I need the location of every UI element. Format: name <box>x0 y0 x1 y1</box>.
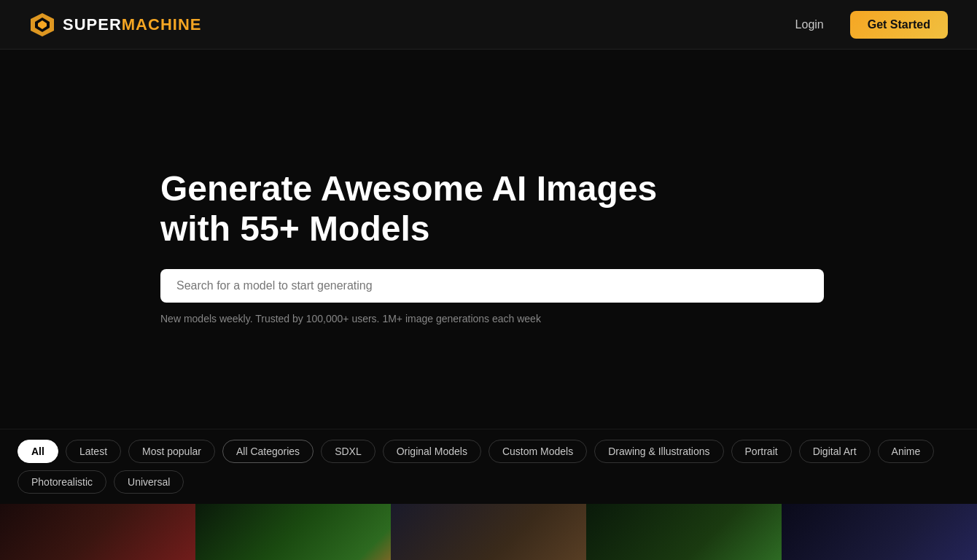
get-started-button[interactable]: Get Started <box>850 11 948 39</box>
filter-pill-original-models[interactable]: Original Models <box>383 440 481 463</box>
logo-icon <box>29 12 55 38</box>
filter-pill-portrait[interactable]: Portrait <box>731 440 792 463</box>
search-input[interactable] <box>160 269 824 303</box>
filter-pill-universal[interactable]: Universal <box>114 470 184 494</box>
model-card-4[interactable]: ♥4123🔖Save <box>586 504 782 560</box>
logo: SUPERMACHINE <box>29 12 201 38</box>
filter-pill-drawing--illustrations[interactable]: Drawing & Illustrations <box>594 440 723 463</box>
logo-text: SUPERMACHINE <box>63 15 201 34</box>
filter-pill-sdxl[interactable]: SDXL <box>321 440 375 463</box>
model-card-1[interactable]: ♥126🔖Save <box>0 504 195 560</box>
filter-pill-digital-art[interactable]: Digital Art <box>799 440 871 463</box>
filter-bar: AllLatestMost popularAll CategoriesSDXLO… <box>0 429 977 501</box>
nav-right: Login Get Started <box>784 11 948 39</box>
hero-title: Generate Awesome AI Images with 55+ Mode… <box>160 168 729 249</box>
navbar: SUPERMACHINE Login Get Started <box>0 0 977 50</box>
cards-strip: ♥126🔖Save♥8975🔖Save♥1554🔖Save♥4123🔖Save♥… <box>0 504 977 560</box>
filter-pill-all-categories[interactable]: All Categories <box>222 440 314 463</box>
login-button[interactable]: Login <box>784 12 836 37</box>
model-card-3[interactable]: ♥1554🔖Save <box>391 504 586 560</box>
filter-pill-latest[interactable]: Latest <box>66 440 121 463</box>
filter-pill-photorealistic[interactable]: Photorealistic <box>17 470 106 494</box>
filter-pill-anime[interactable]: Anime <box>878 440 935 463</box>
filter-pill-all[interactable]: All <box>17 440 58 463</box>
hero-subtext: New models weekly. Trusted by 100,000+ u… <box>160 313 541 324</box>
hero-section: Generate Awesome AI Images with 55+ Mode… <box>0 50 977 429</box>
filter-pill-most-popular[interactable]: Most popular <box>128 440 215 463</box>
model-card-2[interactable]: ♥8975🔖Save <box>195 504 391 560</box>
model-card-5[interactable]: ♥2084🔖Save <box>782 504 977 560</box>
filter-pill-custom-models[interactable]: Custom Models <box>488 440 587 463</box>
